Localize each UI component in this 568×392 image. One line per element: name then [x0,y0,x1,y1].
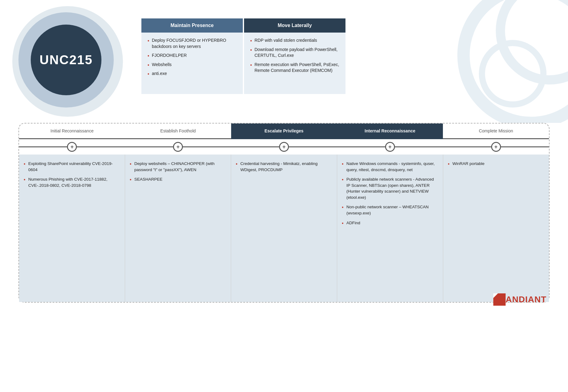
attack-chain-section: Initial Reconnaissance Establish Foothol… [0,120,568,315]
timeline-circle-5: + [491,142,501,152]
maintain-item-2: FJORDOHELPER [147,53,237,59]
phase-header-initial-recon: Initial Reconnaissance [19,123,125,139]
attack-chain-box: Initial Reconnaissance Establish Foothol… [18,123,550,303]
phase-header-escalate: Escalate Privileges [231,123,337,139]
maintain-item-4: anti.exe [147,71,237,77]
internal-item-2: Publicly available network scanners - Ad… [341,176,439,200]
timeline-node-4: + [337,142,443,152]
internal-item-4: ADFind [341,220,439,226]
move-laterally-card: Move Laterally RDP with valid stolen cre… [244,18,345,94]
initial-recon-item-1: Exploiting SharePoint vulnerability CVE-… [23,161,120,173]
phase-card-internal-recon: Native Windows commands - systeminfo, qu… [337,155,443,302]
timeline-node-3: + [231,142,337,152]
unc-logo: UNC215 [18,12,117,111]
internal-item-1: Native Windows commands - systeminfo, qu… [341,161,439,173]
maintain-header: Maintain Presence [141,18,243,33]
maintain-item-3: Webshells [147,62,237,68]
move-item-1: RDP with valid stolen credentials [250,37,340,44]
complete-item-1: WinRAR portable [448,161,545,167]
timeline-circle-4: + [385,142,395,152]
timeline-node-2: + [125,142,231,152]
mandiant-m-icon [493,293,506,306]
phase-headers: Initial Reconnaissance Establish Foothol… [19,123,549,139]
phase-cards: Exploiting SharePoint vulnerability CVE-… [19,155,549,302]
main-container: UNC215 Maintain Presence Deploy FOCUSFJO… [0,0,568,392]
maintain-item-1: Deploy FOCUSFJORD or HYPERBRO backdoors … [147,37,237,49]
initial-recon-item-2: Numerous Phishing with CVE-2017-11882, C… [23,176,120,188]
top-section: UNC215 Maintain Presence Deploy FOCUSFJO… [0,0,568,120]
move-item-2: Download remote payload with PowerShell,… [250,47,340,59]
escalate-item-1: Credential harvesting - Mimikatz, enabli… [235,161,333,173]
timeline-nodes: + + + + + [19,142,549,152]
timeline-node-5: + [443,142,549,152]
timeline-circle-3: + [279,142,289,152]
mandiant-logo: ANDIANT [493,293,546,306]
phase-card-complete-mission: WinRAR portable [443,155,549,302]
phase-header-establish-foothold: Establish Foothold [125,123,231,139]
establish-item-1: Deploy webshells – CHINACHOPPER (with pa… [129,161,227,173]
maintain-body: Deploy FOCUSFJORD or HYPERBRO backdoors … [141,33,243,94]
unc-title: UNC215 [39,53,93,67]
internal-item-3: Non-public network scanner – WHEATSCAN (… [341,204,439,216]
top-cards: Maintain Presence Deploy FOCUSFJORD or H… [141,18,345,94]
phase-header-internal-recon: Internal Reconnaissance [337,123,443,139]
move-item-3: Remote execution with PowerShell, PsExec… [250,62,340,74]
phase-card-escalate: Credential harvesting - Mimikatz, enabli… [231,155,337,302]
mandiant-brand: ANDIANT [506,295,546,304]
maintain-presence-card: Maintain Presence Deploy FOCUSFJORD or H… [141,18,243,94]
timeline-circle-2: + [173,142,183,152]
move-header: Move Laterally [244,18,345,33]
timeline-node-1: + [19,142,125,152]
phase-card-initial-recon: Exploiting SharePoint vulnerability CVE-… [19,155,125,302]
move-body: RDP with valid stolen credentials Downlo… [244,33,345,94]
timeline-circle-1: + [67,142,77,152]
timeline-row: + + + + + [19,139,549,155]
phase-header-complete-mission: Complete Mission [443,123,549,139]
establish-item-2: SEASHARPEE [129,176,227,182]
phase-card-establish-foothold: Deploy webshells – CHINACHOPPER (with pa… [125,155,231,302]
